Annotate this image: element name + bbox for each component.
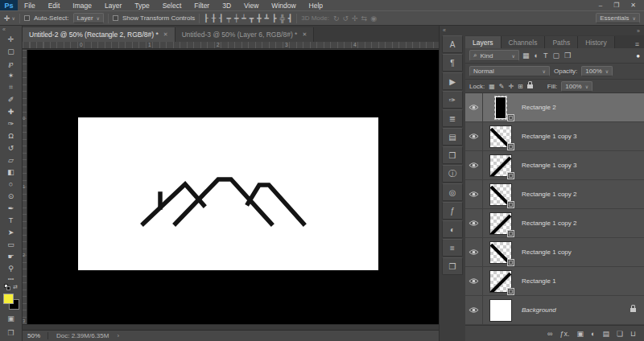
- panel-tab[interactable]: Channels: [502, 36, 546, 48]
- auto-select-dropdown[interactable]: Layer∨: [73, 13, 104, 23]
- document-tab[interactable]: Untitled-3 @ 50% (Layer 6, RGB/8#) * ✕: [175, 27, 315, 42]
- layers-footer-icon[interactable]: ∞: [547, 330, 552, 338]
- edit-toolbar-button[interactable]: •••: [0, 274, 22, 282]
- panel-tab[interactable]: Layers: [465, 36, 502, 48]
- menu-item[interactable]: Filter: [188, 2, 216, 10]
- canvas-pasteboard[interactable]: 0123: [23, 50, 439, 324]
- dock-panel-button[interactable]: ❐: [442, 257, 463, 275]
- close-button[interactable]: ✕: [630, 2, 636, 9]
- align-icon[interactable]: ┨: [219, 14, 223, 23]
- horizontal-ruler[interactable]: 01234: [23, 42, 439, 49]
- tool-button[interactable]: ☛: [0, 250, 22, 262]
- dock-panel-button[interactable]: ≡: [442, 239, 463, 257]
- layers-footer-icon[interactable]: ƒx.: [559, 330, 569, 338]
- dock-panel-button[interactable]: A: [442, 35, 463, 53]
- layer-row[interactable]: Rectangle 1 copy 3: [465, 151, 644, 180]
- 3d-mode-icon[interactable]: ↺: [342, 14, 349, 23]
- menu-item[interactable]: View: [237, 2, 265, 10]
- lock-option-icon[interactable]: ⊞: [518, 83, 523, 90]
- menu-item[interactable]: Help: [303, 2, 329, 10]
- tool-button[interactable]: T: [0, 214, 22, 226]
- layer-row[interactable]: Rectangle 1 copy: [465, 238, 644, 267]
- layer-row[interactable]: Rectangle 2: [465, 93, 644, 122]
- align-icon[interactable]: ┿: [234, 14, 238, 23]
- align-icon[interactable]: ┻: [265, 14, 269, 23]
- 3d-mode-icon[interactable]: ✢: [352, 14, 358, 23]
- lock-option-icon[interactable]: ▦: [489, 83, 495, 90]
- tool-button[interactable]: ○: [0, 178, 22, 190]
- dock-panel-button[interactable]: ✑: [442, 91, 463, 109]
- dock-panel-button[interactable]: ¶: [442, 54, 463, 72]
- active-tool-icon[interactable]: ✛∨: [4, 14, 15, 23]
- tool-button[interactable]: ⌗: [0, 81, 22, 93]
- tool-button[interactable]: ✐: [0, 93, 22, 105]
- align-icon[interactable]: ┫: [288, 14, 292, 23]
- document-tab[interactable]: Untitled-2 @ 50% (Rectangle 2, RGB/8#) *…: [23, 27, 175, 42]
- tool-button[interactable]: ↺: [0, 142, 22, 154]
- dock-panel-button[interactable]: ◎: [442, 183, 463, 201]
- quick-mask-button[interactable]: ▣: [0, 312, 22, 324]
- panel-menu-icon[interactable]: ≡: [635, 40, 644, 48]
- layer-visibility-eye-icon[interactable]: [465, 151, 483, 179]
- dock-panel-button[interactable]: ▶: [442, 72, 463, 90]
- foreground-color-swatch[interactable]: [3, 294, 14, 304]
- align-icon[interactable]: ╋: [257, 14, 261, 23]
- align-icon[interactable]: ╂: [212, 14, 216, 23]
- layers-footer-icon[interactable]: ❏: [617, 330, 623, 338]
- menu-item[interactable]: Layer: [98, 2, 128, 10]
- layer-visibility-eye-icon[interactable]: [465, 209, 483, 237]
- lock-all-icon[interactable]: [527, 84, 533, 88]
- filter-icon[interactable]: ▦: [522, 51, 530, 60]
- layers-footer-icon[interactable]: ◐: [591, 330, 595, 338]
- 3d-mode-icon[interactable]: ◉: [370, 14, 377, 23]
- filter-icon[interactable]: ◐: [535, 51, 539, 60]
- layer-visibility-eye-icon[interactable]: [465, 93, 483, 121]
- dock-panel-button[interactable]: ❒: [442, 146, 463, 164]
- fill-dropdown[interactable]: 100%∨: [561, 81, 592, 92]
- layer-visibility-eye-icon[interactable]: [465, 238, 483, 266]
- align-icon[interactable]: ┯: [226, 14, 230, 23]
- layer-visibility-eye-icon[interactable]: [465, 296, 483, 324]
- horizontal-scrollbar[interactable]: [23, 324, 439, 330]
- menu-item[interactable]: Type: [128, 2, 155, 10]
- dock-panel-button[interactable]: ⓘ: [442, 165, 463, 183]
- tool-button[interactable]: ⊙: [0, 190, 22, 202]
- lock-option-icon[interactable]: ✛: [508, 83, 514, 90]
- layer-thumbnail[interactable]: [495, 97, 506, 119]
- document-canvas[interactable]: [78, 117, 378, 270]
- tool-button[interactable]: ✶: [0, 69, 22, 81]
- align-icon[interactable]: ┷: [242, 14, 246, 23]
- filter-icon[interactable]: ❒: [564, 51, 571, 60]
- layer-thumbnail[interactable]: [489, 299, 512, 322]
- menu-item[interactable]: Edit: [42, 2, 67, 10]
- tool-button[interactable]: ✚: [0, 105, 22, 117]
- dock-collapse-icon[interactable]: «: [440, 26, 446, 35]
- show-transform-checkbox[interactable]: [113, 15, 118, 21]
- filter-kind-dropdown[interactable]: ⌕ Kind ∨: [469, 50, 519, 61]
- tool-button[interactable]: ◧: [0, 166, 22, 178]
- menu-item[interactable]: Select: [156, 2, 188, 10]
- tool-button[interactable]: ➤: [0, 226, 22, 238]
- tools-collapse-icon[interactable]: «: [0, 26, 6, 33]
- tab-close-icon[interactable]: ✕: [302, 31, 307, 38]
- align-icon[interactable]: ┠: [204, 14, 208, 23]
- layers-footer-icon[interactable]: ⊔: [630, 330, 636, 338]
- menu-item[interactable]: Image: [66, 2, 98, 10]
- status-options-chevron-icon[interactable]: ›: [117, 332, 119, 339]
- tool-button[interactable]: ℘: [0, 57, 22, 69]
- auto-select-checkbox[interactable]: [24, 15, 30, 21]
- dock-panel-button[interactable]: ▤: [442, 128, 463, 146]
- tool-button[interactable]: ✛: [0, 33, 22, 45]
- layer-row[interactable]: Background: [465, 296, 644, 325]
- align-icon[interactable]: ┳: [250, 14, 254, 23]
- swap-colors-icon[interactable]: ⇄: [13, 284, 18, 290]
- dock-panel-button[interactable]: ƒ: [442, 202, 463, 220]
- lock-option-icon[interactable]: ✎: [499, 83, 505, 90]
- screen-mode-button[interactable]: ❐: [0, 327, 22, 339]
- 3d-mode-icon[interactable]: ↻: [333, 14, 340, 23]
- panel-collapse-icon[interactable]: »: [637, 28, 640, 34]
- blend-mode-dropdown[interactable]: Normal∨: [469, 66, 550, 76]
- layer-row[interactable]: Rectangle 1 copy 2: [465, 180, 644, 209]
- layer-visibility-eye-icon[interactable]: [465, 267, 483, 295]
- dock-panel-button[interactable]: ◐: [442, 220, 463, 238]
